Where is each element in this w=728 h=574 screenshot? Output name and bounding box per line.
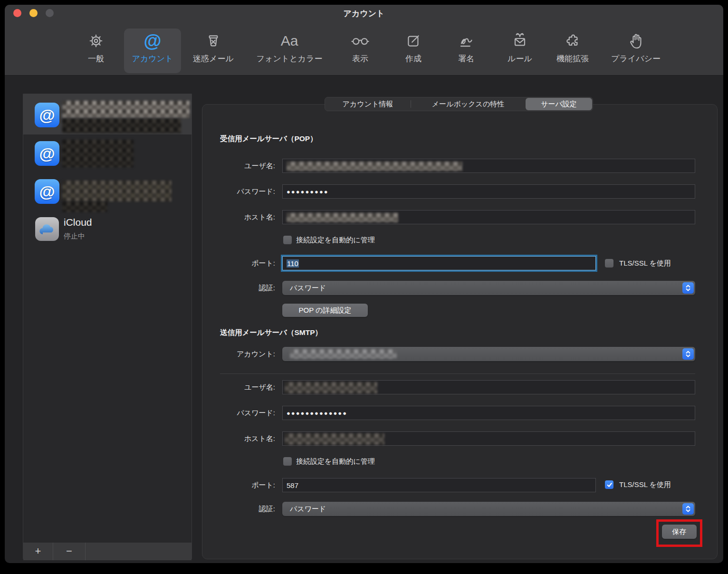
redacted-account-detail — [62, 201, 107, 212]
smtp-auto-manage-label: 接続設定を自動的に管理 — [296, 457, 375, 466]
account-at-icon: @ — [35, 141, 59, 166]
pop-host-label: ホスト名: — [202, 210, 275, 224]
smtp-auth-label: 認証: — [202, 502, 275, 516]
annotation-highlight-box — [656, 519, 702, 547]
smtp-auto-manage-checkbox[interactable] — [283, 457, 292, 466]
accounts-sidebar: @ @ @ iCloud 停止中 + − — [23, 94, 192, 559]
pop-section-title: 受信用メールサーバ（POP） — [220, 134, 317, 144]
pop-host-field[interactable] — [282, 210, 695, 224]
pop-username-label: ユーザ名: — [202, 159, 275, 173]
smtp-auth-dropdown[interactable]: パスワード — [282, 502, 695, 516]
add-account-button[interactable]: + — [23, 543, 53, 560]
pop-tls-label: TLS/SSL を使用 — [619, 259, 671, 268]
smtp-account-label: アカウント: — [202, 347, 275, 361]
remove-account-button[interactable]: − — [53, 543, 86, 560]
chevron-up-down-icon — [682, 348, 694, 360]
toolbar-item-accounts[interactable]: @ アカウント — [124, 29, 181, 73]
redacted-account-name — [62, 101, 190, 118]
pop-password-label: パスワード: — [202, 184, 275, 199]
redacted-hostname — [285, 433, 384, 445]
hand-icon — [600, 29, 671, 52]
account-at-icon: @ — [35, 179, 59, 204]
chevron-up-down-icon — [682, 282, 694, 294]
sidebar-bottom-spacer — [86, 543, 192, 560]
toolbar-label: プライバシー — [600, 53, 671, 64]
server-settings-panel: 受信用メールサーバ（POP） ユーザ名: パスワード: ●●●●●●●●● ホス… — [202, 104, 718, 559]
window-chrome: アカウント 一般 @ アカウント 迷惑メール — [5, 5, 723, 76]
redacted-hostname — [287, 213, 398, 222]
tab-server-settings[interactable]: サーバ設定 — [526, 98, 592, 110]
chevron-up-down-icon — [682, 503, 694, 515]
pop-port-label: ポート: — [202, 256, 275, 270]
pop-auto-manage-label: 接続設定を自動的に管理 — [296, 236, 375, 244]
preferences-window: アカウント 一般 @ アカウント 迷惑メール — [5, 5, 723, 563]
account-at-icon: @ — [35, 103, 59, 127]
window-title: アカウント — [5, 8, 723, 19]
toolbar-label: フォントとカラー — [254, 53, 325, 64]
fonts-aa-icon: Aa — [254, 29, 325, 52]
redacted-account-name — [62, 140, 134, 167]
icloud-icon — [35, 217, 59, 241]
redacted-account-name — [62, 181, 172, 201]
smtp-tls-label: TLS/SSL を使用 — [619, 480, 671, 489]
pop-auth-value: パスワード — [290, 284, 326, 293]
smtp-username-label: ユーザ名: — [202, 380, 275, 394]
smtp-host-label: ホスト名: — [202, 431, 275, 446]
redacted-username — [285, 382, 377, 393]
smtp-password-label: パスワード: — [202, 406, 275, 420]
pop-tls-checkbox[interactable] — [605, 259, 613, 268]
smtp-tls-checkbox[interactable] — [605, 480, 613, 489]
smtp-port-label: ポート: — [202, 478, 275, 492]
tab-account-info[interactable]: アカウント情報 — [325, 97, 411, 111]
icloud-account-row[interactable]: iCloud — [64, 217, 92, 228]
smtp-auth-value: パスワード — [290, 505, 326, 514]
sidebar-bottom-bar: + − — [23, 542, 192, 560]
account-tabs: アカウント情報 メールボックスの特性 サーバ設定 — [325, 97, 593, 111]
redacted-username — [287, 162, 462, 171]
pop-advanced-settings-button[interactable]: POP の詳細設定 — [282, 304, 368, 317]
smtp-host-field[interactable] — [282, 431, 695, 446]
pop-auto-manage-checkbox[interactable] — [283, 236, 292, 244]
smtp-port-field[interactable]: 587 — [282, 478, 596, 492]
password-dots: ●●●●●●●●●●●●● — [287, 410, 347, 417]
pop-auth-dropdown[interactable]: パスワード — [282, 281, 695, 295]
pop-auth-label: 認証: — [202, 281, 275, 295]
puzzle-icon — [537, 29, 608, 52]
pop-username-field[interactable] — [282, 159, 695, 173]
tab-mailbox-behaviors[interactable]: メールボックスの特性 — [411, 97, 525, 111]
toolbar-label: 一般 — [60, 53, 132, 64]
pop-password-field[interactable]: ●●●●●●●●● — [282, 184, 695, 199]
smtp-account-dropdown[interactable] — [282, 347, 695, 361]
junk-bin-icon — [178, 29, 249, 52]
toolbar-label: 迷惑メール — [178, 53, 249, 64]
toolbar-label: 機能拡張 — [537, 53, 608, 64]
pop-port-value: 110 — [287, 259, 299, 268]
smtp-username-field[interactable] — [282, 380, 695, 394]
smtp-section-title: 送信用メールサーバ（SMTP） — [220, 328, 322, 338]
toolbar-item-junk-mail[interactable]: 迷惑メール — [178, 29, 249, 64]
toolbar-item-privacy[interactable]: プライバシー — [600, 29, 671, 64]
at-icon: @ — [124, 29, 181, 52]
toolbar-label: アカウント — [124, 53, 181, 64]
gear-icon — [60, 29, 132, 52]
toolbar-item-general[interactable]: 一般 — [60, 29, 132, 64]
password-dots: ●●●●●●●●● — [287, 188, 329, 195]
toolbar-item-fonts-colors[interactable]: Aa フォントとカラー — [254, 29, 325, 64]
icloud-status: 停止中 — [64, 232, 85, 241]
redacted-smtp-account — [290, 349, 397, 359]
toolbar-item-extensions[interactable]: 機能拡張 — [537, 29, 608, 64]
section-divider — [220, 373, 695, 374]
smtp-port-value: 587 — [287, 481, 298, 489]
redacted-account-detail — [62, 119, 181, 133]
pop-port-field[interactable]: 110 — [282, 256, 596, 270]
smtp-password-field[interactable]: ●●●●●●●●●●●●● — [282, 406, 695, 420]
